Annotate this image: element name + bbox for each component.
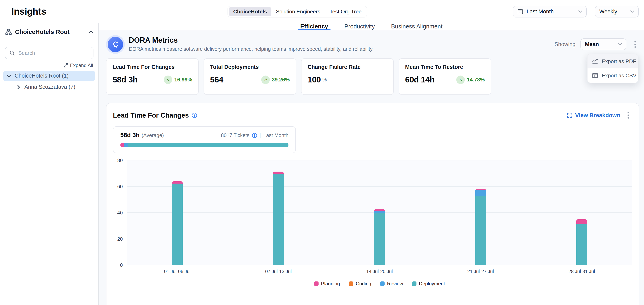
insight-tabs: EfficiencyProductivityBusiness Alignment xyxy=(99,23,644,30)
export-menu: Export as PDFExport as CSV xyxy=(587,54,638,83)
org-tab-choicehotels[interactable]: ChoiceHotels xyxy=(229,7,272,16)
legend-swatch xyxy=(314,282,318,286)
metric-unit: % xyxy=(322,77,327,83)
date-range-value: Last Month xyxy=(526,8,575,15)
x-tick-label: 28 Jul-31 Jul xyxy=(531,269,632,274)
metric-cards-row: Lead Time For Changes58d 3h↘16.99%Total … xyxy=(106,58,491,95)
sidebar-header[interactable]: ChoiceHotels Root xyxy=(0,23,98,41)
legend-label: Review xyxy=(387,281,403,287)
legend-item-planning[interactable]: Planning xyxy=(314,281,340,287)
bar-week-5[interactable] xyxy=(576,219,587,265)
chevron-right-icon[interactable] xyxy=(17,86,21,88)
search-field[interactable] xyxy=(5,47,94,59)
granularity-select[interactable]: Weekly xyxy=(595,6,639,17)
bar-segment-deployment xyxy=(576,224,587,265)
metric-value: 58d 3h xyxy=(112,75,138,84)
plot-area xyxy=(127,160,632,265)
legend-label: Coding xyxy=(356,281,371,287)
y-tick-label: 0 xyxy=(120,262,123,268)
bar-week-2[interactable] xyxy=(273,172,284,265)
tree-node-label: Anna Scozzafava (7) xyxy=(24,84,75,90)
chevron-down-icon[interactable] xyxy=(7,74,11,77)
tree-node-choicehotels-root-1[interactable]: ChoiceHotels Root (1) xyxy=(3,71,95,81)
org-hierarchy-icon xyxy=(5,29,12,35)
metric-card-change-failure-rate: Change Failure Rate100% xyxy=(301,58,394,95)
metric-title: Mean Time To Restore xyxy=(405,64,485,70)
bar-segment-review xyxy=(476,190,486,196)
y-tick-label: 80 xyxy=(117,158,123,163)
chart-line-icon xyxy=(592,58,598,64)
trend-down-icon: ↘ xyxy=(164,75,172,84)
dora-description: DORA metrics measure software delivery p… xyxy=(129,46,374,52)
org-tab-test-org-tree[interactable]: Test Org Tree xyxy=(325,7,366,16)
org-tab-solution-engineers[interactable]: Solution Engineers xyxy=(272,7,325,16)
chevron-up-icon[interactable] xyxy=(88,30,93,33)
y-tick-label: 40 xyxy=(117,210,123,216)
metric-delta: ↘14.78% xyxy=(456,75,485,84)
x-tick-label: 21 Jul-27 Jul xyxy=(430,269,531,274)
content: DORA Metrics DORA metrics measure softwa… xyxy=(99,30,644,305)
legend-item-review[interactable]: Review xyxy=(380,281,403,287)
expand-all-button[interactable]: Expand All xyxy=(5,62,93,68)
dora-title: DORA Metrics xyxy=(129,36,374,44)
search-input[interactable] xyxy=(18,50,89,56)
y-tick-label: 60 xyxy=(117,184,123,189)
showing-label: Showing xyxy=(554,41,576,47)
menu-item-export-as-pdf[interactable]: Export as PDF xyxy=(588,54,638,68)
x-axis-labels: 01 Jul-06 Jul07 Jul-13 Jul14 Jul-20 Jul2… xyxy=(127,269,632,274)
summary-qualifier: (Average) xyxy=(142,132,164,138)
metric-value: 60d 14h xyxy=(405,75,434,84)
gridline xyxy=(127,160,632,160)
menu-item-export-as-csv[interactable]: Export as CSV xyxy=(588,68,638,83)
aggregation-select[interactable]: Mean xyxy=(580,38,626,50)
tree-node-anna-scozzafava-7[interactable]: Anna Scozzafava (7) xyxy=(3,82,95,92)
divider: | xyxy=(260,132,261,138)
phase-segment-deployment xyxy=(128,143,288,147)
metric-delta-value: 16.99% xyxy=(174,76,192,83)
metric-value: 564 xyxy=(210,75,223,84)
info-icon[interactable] xyxy=(192,112,197,118)
metric-delta: ↗39.26% xyxy=(261,75,290,84)
legend-item-deployment[interactable]: Deployment xyxy=(412,281,445,287)
lead-time-chart: 020406080 xyxy=(113,160,632,265)
org-tree-sidebar: ChoiceHotels Root Expand All ChoiceHotel… xyxy=(0,23,99,305)
legend-item-coding[interactable]: Coding xyxy=(349,281,371,287)
bar-week-1[interactable] xyxy=(172,181,183,265)
main-area: EfficiencyProductivityBusiness Alignment… xyxy=(99,23,644,305)
info-icon[interactable] xyxy=(252,133,257,138)
metric-title: Lead Time For Changes xyxy=(112,64,192,70)
tab-business-alignment[interactable]: Business Alignment xyxy=(391,23,442,30)
dora-more-options-button[interactable] xyxy=(631,38,639,50)
date-range-select[interactable]: Last Month xyxy=(513,6,587,17)
bar-week-4[interactable] xyxy=(476,189,486,265)
bar-week-3[interactable] xyxy=(374,209,385,265)
phase-distribution-bar xyxy=(120,143,288,147)
chevron-down-icon xyxy=(630,10,634,13)
metric-value: 100 xyxy=(308,75,321,84)
lead-time-summary: 58d 3h (Average) 8017 Tickets | Last Mon… xyxy=(113,126,296,153)
chart-legend: PlanningCodingReviewDeployment xyxy=(127,281,632,287)
trend-down-icon: ↘ xyxy=(456,75,465,84)
menu-item-label: Export as CSV xyxy=(602,72,636,79)
tree-node-label: ChoiceHotels Root (1) xyxy=(15,73,69,79)
legend-label: Planning xyxy=(321,281,340,287)
expand-all-label: Expand All xyxy=(70,62,93,68)
tab-productivity[interactable]: Productivity xyxy=(344,23,375,30)
metric-delta-value: 39.26% xyxy=(272,76,290,83)
trend-up-icon: ↗ xyxy=(261,75,270,84)
chart-more-options-button[interactable] xyxy=(624,109,632,121)
y-axis: 020406080 xyxy=(113,160,127,265)
bar-segment-deployment xyxy=(374,213,385,265)
view-breakdown-button[interactable]: View Breakdown xyxy=(567,112,620,119)
summary-value: 58d 3h xyxy=(120,132,140,138)
menu-item-label: Export as PDF xyxy=(602,58,636,65)
app-header: Insights ChoiceHotelsSolution EngineersT… xyxy=(0,0,644,23)
dora-metrics-header: DORA Metrics DORA metrics measure softwa… xyxy=(106,36,639,52)
search-icon xyxy=(9,50,15,56)
gridline xyxy=(127,186,632,187)
tab-efficiency[interactable]: Efficiency xyxy=(300,23,328,30)
phase-segment-planning xyxy=(120,143,124,147)
legend-label: Deployment xyxy=(419,281,445,287)
phase-segment-review xyxy=(124,143,128,147)
lead-time-title: Lead Time For Changes xyxy=(113,111,189,119)
